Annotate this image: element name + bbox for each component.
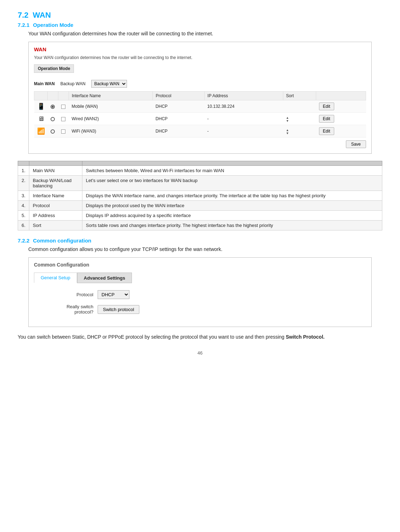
switch-question-label: Really switch protocol? <box>55 304 98 315</box>
bottom-text-bold: Switch Protocol. <box>286 334 325 340</box>
ip-address: - <box>204 113 283 125</box>
checkbox[interactable] <box>61 117 65 121</box>
sort-arrows[interactable]: ▲▼ <box>286 129 289 135</box>
checkbox-cell[interactable] <box>58 100 69 113</box>
desc-row: 2. Backup WAN/Load balancing Let's user … <box>18 176 382 191</box>
interface-name: WiFi (WAN3) <box>69 125 153 138</box>
edit-button[interactable]: Edit <box>319 127 334 135</box>
col-sort: Sort <box>283 92 316 100</box>
backup-wan-select[interactable]: Backup WAN <box>91 80 127 88</box>
checkbox[interactable] <box>61 105 65 109</box>
wan-config-box: WAN Your WAN configuration determines ho… <box>28 42 372 154</box>
tabs-row: General Setup Advanced Settings <box>34 273 366 283</box>
subsection2-number: 7.2.2 <box>18 238 29 244</box>
checkbox-cell[interactable] <box>58 125 69 138</box>
col-interface: Interface Name <box>69 92 153 100</box>
bottom-text: You can switch between Static, DHCP or P… <box>18 334 382 340</box>
subsection2-desc: Common configuration allows you to confi… <box>28 246 382 252</box>
switch-protocol-row: Really switch protocol? Switch protocol <box>34 304 366 315</box>
ip-address: 10.132.38.224 <box>204 100 283 113</box>
op-mode-label: Operation Mode <box>34 64 74 73</box>
row-desc: Let's user select one or two interfaces … <box>82 176 382 191</box>
subsection1-title: Operation Mode <box>33 22 73 28</box>
edit-cell[interactable]: Edit <box>316 113 366 125</box>
sort-arrows[interactable]: ▲▼ <box>286 116 289 123</box>
protocol-value: DHCP <box>153 100 204 113</box>
col-protocol: Protocol <box>153 92 204 100</box>
row-num: 6. <box>18 221 29 230</box>
row-num: 1. <box>18 166 29 176</box>
interface-name: Mobile (WAN) <box>69 100 153 113</box>
subsection1-desc: Your WAN configuration determines how th… <box>28 31 382 36</box>
row-desc: Displays the WAN interface name, and cha… <box>82 191 382 201</box>
subsection1-number: 7.2.1 <box>18 22 29 28</box>
radio-cell[interactable] <box>48 125 58 138</box>
protocol-value: DHCP <box>153 113 204 125</box>
bottom-text-before: You can switch between Static, DHCP or P… <box>18 334 286 340</box>
radio-cell[interactable] <box>48 113 58 125</box>
row-desc: Switches between Mobile, Wired and Wi-Fi… <box>82 166 382 176</box>
protocol-value: DHCP <box>153 125 204 138</box>
save-button[interactable]: Save <box>346 140 366 148</box>
sort-cell[interactable]: ▲▼ <box>283 125 316 138</box>
subsection2-title: Common configuration <box>33 238 91 244</box>
common-config-box: Common Configuration General Setup Advan… <box>28 257 372 327</box>
wan-table: Interface Name Protocol IP Address Sort … <box>34 91 366 138</box>
row-label: IP Address <box>29 211 82 221</box>
sort-cell[interactable]: ▲▼ <box>283 113 316 125</box>
radio-empty[interactable] <box>51 117 55 121</box>
main-wan-label: Main WAN <box>34 81 55 86</box>
desc-row: 1. Main WAN Switches between Mobile, Wir… <box>18 166 382 176</box>
radio-cell[interactable] <box>48 100 58 113</box>
row-desc: Sorts table rows and changes interface p… <box>82 221 382 230</box>
edit-cell[interactable]: Edit <box>316 100 366 113</box>
row-label: Sort <box>29 221 82 230</box>
wan-box-title: WAN <box>34 46 366 52</box>
row-label: Interface Name <box>29 191 82 201</box>
row-label: Backup WAN/Load balancing <box>29 176 82 191</box>
ip-address: - <box>204 125 283 138</box>
backup-wan-label: Backup WAN <box>60 81 86 86</box>
icon-cell: 📱 <box>34 100 48 113</box>
protocol-select[interactable]: DHCPStaticPPPoE <box>98 290 129 299</box>
common-config-title: Common Configuration <box>34 262 366 268</box>
protocol-label: Protocol <box>55 292 98 297</box>
row-num: 2. <box>18 176 29 191</box>
edit-button[interactable]: Edit <box>319 103 334 110</box>
row-label: Main WAN <box>29 166 82 176</box>
icon-cell: 📶 <box>34 125 48 138</box>
row-num: 3. <box>18 191 29 201</box>
switch-protocol-button[interactable]: Switch protocol <box>98 305 139 314</box>
sort-cell[interactable] <box>283 100 316 113</box>
tab-general-setup[interactable]: General Setup <box>34 273 77 283</box>
edit-button[interactable]: Edit <box>319 115 334 123</box>
row-desc: Displays the protocol used by the WAN in… <box>82 201 382 211</box>
icon-cell: 🖥 <box>34 113 48 125</box>
desc-row: 5. IP Address Displays IP address acquir… <box>18 211 382 221</box>
radio-filled[interactable] <box>51 105 55 109</box>
interface-name: Wired (WAN2) <box>69 113 153 125</box>
radio-empty[interactable] <box>51 129 55 134</box>
edit-cell[interactable]: Edit <box>316 125 366 138</box>
section-title: WAN <box>33 11 51 19</box>
desc-row: 4. Protocol Displays the protocol used b… <box>18 201 382 211</box>
row-desc: Displays IP address acquired by a specif… <box>82 211 382 221</box>
section-number: 7.2 <box>18 11 29 19</box>
protocol-row: Protocol DHCPStaticPPPoE <box>34 290 366 299</box>
checkbox[interactable] <box>61 129 65 134</box>
tab-advanced-settings[interactable]: Advanced Settings <box>77 273 132 283</box>
row-num: 5. <box>18 211 29 221</box>
page-number: 46 <box>18 350 382 356</box>
description-table: 1. Main WAN Switches between Mobile, Wir… <box>18 161 382 230</box>
col-ip: IP Address <box>204 92 283 100</box>
row-num: 4. <box>18 201 29 211</box>
desc-row: 3. Interface Name Displays the WAN inter… <box>18 191 382 201</box>
checkbox-cell[interactable] <box>58 113 69 125</box>
wan-box-desc: Your WAN configuration determines how th… <box>34 55 366 60</box>
desc-row: 6. Sort Sorts table rows and changes int… <box>18 221 382 230</box>
row-label: Protocol <box>29 201 82 211</box>
